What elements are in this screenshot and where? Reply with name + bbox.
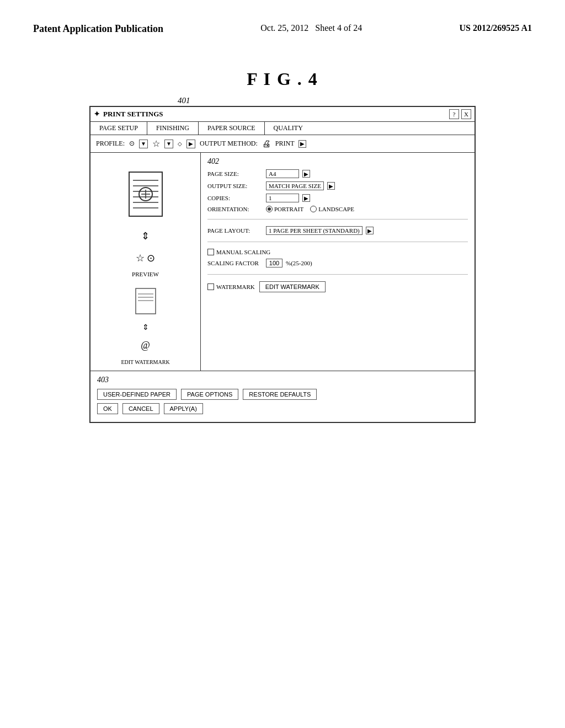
preview-circle-icon: ⊙ bbox=[147, 252, 155, 264]
landscape-radio[interactable]: LANDSCAPE bbox=[310, 206, 354, 212]
watermark-row: WATERMARK EDIT WATERMARK bbox=[207, 281, 468, 292]
copies-label: COPIES: bbox=[207, 195, 263, 201]
inner-panels: ⇕ ☆ ⊙ PREVIEW bbox=[90, 153, 475, 371]
dialog-title-buttons[interactable]: ? X bbox=[449, 109, 471, 119]
page-preview-icon bbox=[126, 169, 165, 219]
profile-dropdown-btn[interactable]: ▼ bbox=[139, 140, 148, 148]
portrait-radio-circle bbox=[266, 206, 273, 212]
dialog-title-bar: ✦ PRINT SETTINGS ? X bbox=[90, 107, 475, 122]
landscape-radio-circle bbox=[310, 206, 317, 212]
page-size-value: A4 bbox=[266, 169, 299, 178]
profile-row: PROFILE: ⊙ ▼ ☆ ▼ ◇ ▶ OUTPUT METHOD: 🖨 PR… bbox=[90, 135, 475, 153]
output-method-dropdown-btn[interactable]: ▶ bbox=[186, 140, 195, 148]
page-layout-label: PAGE LAYOUT: bbox=[207, 227, 263, 234]
scaling-range-label: %(25-200) bbox=[286, 260, 312, 266]
manual-scaling-row[interactable]: MANUAL SCALING bbox=[207, 249, 468, 255]
settings-icon: ✦ bbox=[94, 110, 100, 119]
ok-button[interactable]: OK bbox=[97, 403, 118, 414]
small-page-icon bbox=[135, 287, 157, 315]
output-method-label: OUTPUT METHOD: bbox=[200, 140, 258, 148]
email-icon: @ bbox=[141, 340, 150, 351]
tab-finishing[interactable]: FINISHING bbox=[147, 122, 199, 135]
manual-scaling-checkbox[interactable] bbox=[207, 249, 214, 255]
copies-arrow[interactable]: ▶ bbox=[302, 194, 310, 202]
tab-paper-source[interactable]: PAPER SOURCE bbox=[199, 122, 265, 135]
copies-value: 1 bbox=[266, 194, 299, 202]
print-settings-dialog[interactable]: ✦ PRINT SETTINGS ? X PAGE SETUP FINISHIN… bbox=[89, 106, 476, 423]
profile-icon: ⊙ bbox=[129, 140, 135, 148]
page-layout-value: 1 PAGE PER SHEET (STANDARD) bbox=[266, 226, 363, 235]
watermark-label: WATERMARK bbox=[216, 283, 255, 290]
output-size-row: OUTPUT SIZE: MATCH PAGE SIZE ▶ bbox=[207, 181, 468, 190]
label-403: 403 bbox=[97, 376, 109, 384]
portrait-label: PORTRAIT bbox=[274, 206, 303, 212]
edit-watermark-button[interactable]: EDIT WATERMARK bbox=[259, 281, 326, 292]
scaling-factor-row: SCALING FACTOR %(25-200) bbox=[207, 259, 468, 267]
publication-title: Patent Application Publication bbox=[33, 22, 163, 36]
quality-dropdown-btn[interactable]: ▼ bbox=[164, 140, 173, 148]
paper-illustration bbox=[126, 169, 165, 219]
patent-number: US 2012/269525 A1 bbox=[459, 22, 532, 34]
bottom-row-1: USER-DEFINED PAPER PAGE OPTIONS RESTORE … bbox=[97, 389, 468, 400]
dialog-title: ✦ PRINT SETTINGS bbox=[94, 110, 163, 119]
divider-3 bbox=[207, 274, 468, 275]
page-header: Patent Application Publication Oct. 25, … bbox=[0, 0, 565, 36]
publication-date-sheet: Oct. 25, 2012 Sheet 4 of 24 bbox=[260, 22, 362, 34]
figure-label: F I G . 4 bbox=[247, 69, 318, 89]
output-size-label: OUTPUT SIZE: bbox=[207, 183, 263, 189]
help-button[interactable]: ? bbox=[449, 109, 459, 119]
output-size-arrow[interactable]: ▶ bbox=[327, 182, 335, 190]
label-401: 401 bbox=[178, 96, 190, 105]
orientation-label: ORIENTATION: bbox=[207, 206, 263, 212]
settings-grid: PAGE SIZE: A4 ▶ OUTPUT SIZE: MATCH PAGE … bbox=[207, 169, 468, 292]
orientation-row: ORIENTATION: PORTRAIT LANDSCAPE bbox=[207, 206, 468, 212]
divider-2 bbox=[207, 242, 468, 242]
print-dropdown-arrow[interactable]: ▶ bbox=[299, 140, 306, 148]
portrait-radio[interactable]: PORTRAIT bbox=[266, 206, 303, 212]
preview-label: PREVIEW bbox=[132, 271, 159, 277]
small-move-icon: ⇕ bbox=[142, 323, 149, 332]
page-options-button[interactable]: PAGE OPTIONS bbox=[181, 389, 238, 400]
left-panel: ⇕ ☆ ⊙ PREVIEW bbox=[90, 153, 201, 371]
divider-1 bbox=[207, 219, 468, 220]
print-label: PRINT bbox=[275, 140, 295, 148]
diamond-icon: ◇ bbox=[178, 141, 182, 147]
quality-star-icon: ☆ bbox=[152, 138, 160, 149]
print-icon: 🖨 bbox=[262, 139, 271, 149]
page-size-arrow[interactable]: ▶ bbox=[302, 170, 310, 178]
scaling-factor-label: SCALING FACTOR bbox=[207, 260, 263, 266]
orientation-radio-group[interactable]: PORTRAIT LANDSCAPE bbox=[266, 206, 354, 212]
watermark-checkbox[interactable] bbox=[207, 283, 214, 290]
label-402: 402 bbox=[207, 157, 468, 166]
page-layout-arrow[interactable]: ▶ bbox=[366, 227, 374, 234]
move-icon: ⇕ bbox=[141, 230, 150, 242]
preview-star-icon: ☆ bbox=[136, 252, 145, 264]
bottom-panel: 403 USER-DEFINED PAPER PAGE OPTIONS REST… bbox=[90, 371, 475, 422]
page-size-label: PAGE SIZE: bbox=[207, 170, 263, 177]
right-panel: 402 PAGE SIZE: A4 ▶ OUTPUT SIZE: MATCH P… bbox=[201, 153, 475, 371]
profile-label: PROFILE: bbox=[96, 140, 125, 148]
user-defined-paper-button[interactable]: USER-DEFINED PAPER bbox=[97, 389, 177, 400]
close-button[interactable]: X bbox=[461, 109, 471, 119]
watermark-checkbox-item[interactable]: WATERMARK bbox=[207, 283, 255, 290]
page-layout-row: PAGE LAYOUT: 1 PAGE PER SHEET (STANDARD)… bbox=[207, 226, 468, 235]
restore-defaults-button[interactable]: RESTORE DEFAULTS bbox=[243, 389, 317, 400]
landscape-label: LANDSCAPE bbox=[318, 206, 354, 212]
tab-quality[interactable]: QUALITY bbox=[265, 122, 312, 135]
figure-area: F I G . 4 401 ✦ PRINT SETTINGS ? X PAGE … bbox=[0, 69, 565, 423]
bottom-row-2: OK CANCEL APPLY(A) bbox=[97, 403, 468, 414]
page-size-row: PAGE SIZE: A4 ▶ bbox=[207, 169, 468, 178]
tab-row[interactable]: PAGE SETUP FINISHING PAPER SOURCE QUALIT… bbox=[90, 122, 475, 135]
manual-scaling-label: MANUAL SCALING bbox=[216, 249, 270, 255]
svg-rect-10 bbox=[136, 288, 156, 314]
dialog-wrapper: 401 ✦ PRINT SETTINGS ? X PAGE SETUP FINI… bbox=[89, 106, 476, 423]
output-size-value: MATCH PAGE SIZE bbox=[266, 181, 324, 190]
copies-row: COPIES: 1 ▶ bbox=[207, 194, 468, 202]
edit-watermark-side-label: EDIT WATERMARK bbox=[121, 359, 169, 365]
cancel-button[interactable]: CANCEL bbox=[122, 403, 159, 414]
apply-button[interactable]: APPLY(A) bbox=[164, 403, 203, 414]
tab-page-setup[interactable]: PAGE SETUP bbox=[90, 122, 147, 135]
scaling-factor-input[interactable] bbox=[266, 259, 282, 267]
